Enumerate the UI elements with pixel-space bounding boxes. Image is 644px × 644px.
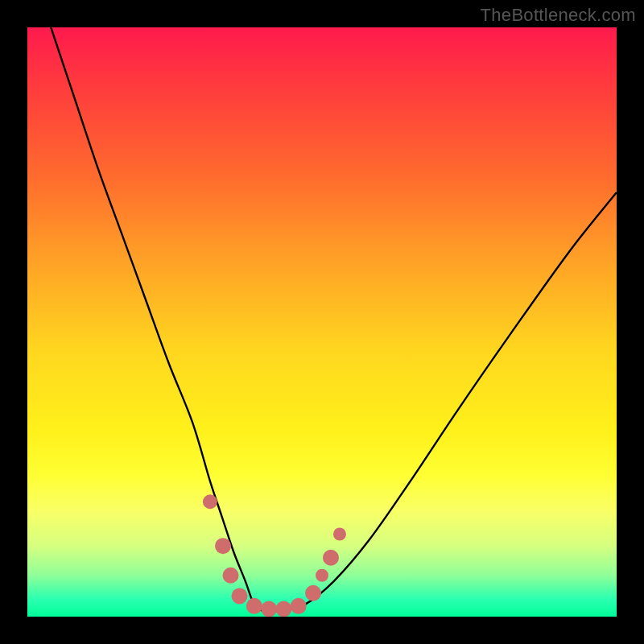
bottleneck-curve xyxy=(51,27,617,612)
curve-marker xyxy=(261,601,277,617)
plot-area xyxy=(27,27,617,617)
curve-marker xyxy=(291,598,307,614)
curve-marker xyxy=(333,528,346,541)
curve-marker xyxy=(316,569,328,582)
curve-marker xyxy=(246,598,262,614)
watermark-text: TheBottleneck.com xyxy=(481,5,636,26)
curve-marker xyxy=(275,601,291,617)
curve-marker xyxy=(215,538,231,554)
curve-marker xyxy=(232,588,248,604)
chart-frame: TheBottleneck.com xyxy=(0,0,644,644)
curve-marker xyxy=(305,585,321,601)
curve-marker xyxy=(203,494,217,509)
bottleneck-curve-svg xyxy=(27,27,617,617)
curve-markers xyxy=(203,494,346,617)
curve-marker xyxy=(323,550,339,566)
curve-marker xyxy=(223,568,239,584)
